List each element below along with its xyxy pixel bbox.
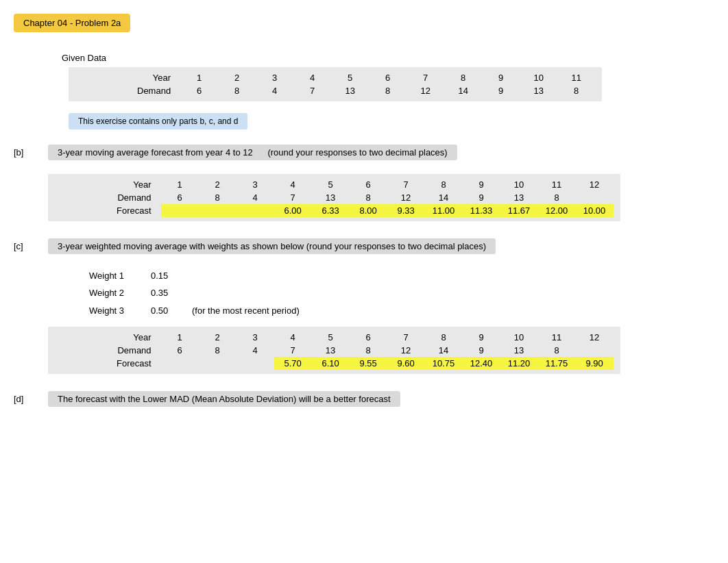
weight-label: Weight 2 bbox=[89, 285, 137, 301]
table-cell: 11 bbox=[557, 71, 595, 84]
table-cell: 3 bbox=[236, 178, 274, 191]
table-cell: 8 bbox=[538, 191, 576, 204]
table-cell: 7 bbox=[274, 344, 312, 357]
table-cell: 7 bbox=[407, 71, 444, 84]
table-cell: 14 bbox=[444, 84, 482, 97]
table-cell: 2 bbox=[218, 71, 256, 84]
page-title: Chapter 04 - Problem 2a bbox=[14, 14, 130, 32]
table-cell: 8 bbox=[444, 71, 482, 84]
weight-value: 0.15 bbox=[151, 268, 178, 284]
table-cell: 10.00 bbox=[576, 204, 614, 217]
weight-row: Weight 10.15 bbox=[89, 268, 714, 284]
table-cell: 2 bbox=[199, 331, 236, 344]
table-cell: 6 bbox=[350, 331, 387, 344]
table-cell: 7 bbox=[293, 84, 331, 97]
table-cell: 4 bbox=[236, 344, 274, 357]
weight-note: (for the most recent period) bbox=[192, 303, 300, 318]
table-cell: 1 bbox=[161, 331, 199, 344]
section-c: [c] 3-year weighted moving average with … bbox=[14, 238, 714, 376]
table-cell: 8 bbox=[199, 191, 236, 204]
table-cell bbox=[161, 357, 199, 370]
table-cell: 8 bbox=[557, 84, 595, 97]
table-cell: 12.40 bbox=[463, 357, 500, 370]
table-cell: 12 bbox=[576, 178, 614, 191]
table-cell: 11.75 bbox=[538, 357, 576, 370]
table-cell: 6 bbox=[180, 84, 218, 97]
table-cell: 8 bbox=[369, 84, 407, 97]
table-cell bbox=[576, 191, 614, 204]
table-cell: 9.33 bbox=[387, 204, 425, 217]
table-cell: 6 bbox=[369, 71, 407, 84]
table-cell: 9 bbox=[463, 331, 500, 344]
table-cell: 4 bbox=[274, 331, 312, 344]
table-cell: 4 bbox=[236, 191, 274, 204]
table-cell: 11.67 bbox=[500, 204, 538, 217]
table-cell: 10 bbox=[520, 71, 557, 84]
table-cell: 8 bbox=[199, 344, 236, 357]
table-cell: 6.33 bbox=[312, 204, 350, 217]
table-cell: 9 bbox=[463, 191, 500, 204]
section-d-label: [d] bbox=[14, 391, 48, 404]
table-cell: 10.75 bbox=[425, 357, 463, 370]
weights-block: Weight 10.15Weight 20.35Weight 30.50(for… bbox=[89, 268, 714, 318]
table-cell: 4 bbox=[274, 178, 312, 191]
weight-row: Weight 20.35 bbox=[89, 285, 714, 301]
table-cell: 13 bbox=[312, 344, 350, 357]
row-label: Forecast bbox=[110, 357, 161, 370]
table-cell: 12 bbox=[387, 191, 425, 204]
table-cell: 6 bbox=[350, 178, 387, 191]
table-cell: 1 bbox=[180, 71, 218, 84]
table-cell: 8 bbox=[538, 344, 576, 357]
table-cell: 5 bbox=[312, 178, 350, 191]
table-cell: 7 bbox=[387, 178, 425, 191]
table-cell: 9.90 bbox=[576, 357, 614, 370]
table-cell: 4 bbox=[293, 71, 331, 84]
table-cell bbox=[161, 204, 199, 217]
section-b-label: [b] bbox=[14, 145, 48, 158]
table-cell: 6 bbox=[161, 344, 199, 357]
table-cell: 8 bbox=[350, 344, 387, 357]
section-b-desc: 3-year moving average forecast from year… bbox=[48, 145, 457, 160]
weight-label: Weight 3 bbox=[89, 303, 137, 318]
table-cell: 8 bbox=[425, 331, 463, 344]
table-cell: 14 bbox=[425, 191, 463, 204]
table-cell: 9.55 bbox=[350, 357, 387, 370]
table-cell: 2 bbox=[199, 178, 236, 191]
given-data-table: Year1234567891011Demand684713812149138 bbox=[69, 67, 602, 101]
given-data-label: Given Data bbox=[62, 53, 106, 63]
table-cell: 6 bbox=[161, 191, 199, 204]
table-cell: 13 bbox=[500, 344, 538, 357]
table-cell: 1 bbox=[161, 178, 199, 191]
table-cell: 6.00 bbox=[274, 204, 312, 217]
table-cell: 12.00 bbox=[538, 204, 576, 217]
section-c-label: [c] bbox=[14, 238, 48, 251]
table-cell: 14 bbox=[425, 344, 463, 357]
table-cell: 5.70 bbox=[274, 357, 312, 370]
row-label: Forecast bbox=[110, 204, 161, 217]
section-b: [b] 3-year moving average forecast from … bbox=[14, 145, 714, 223]
table-cell: 13 bbox=[331, 84, 369, 97]
weight-value: 0.50 bbox=[151, 303, 178, 318]
table-cell: 8 bbox=[350, 191, 387, 204]
table-cell: 11 bbox=[538, 178, 576, 191]
table-cell: 9 bbox=[463, 178, 500, 191]
row-label: Year bbox=[110, 331, 161, 344]
table-cell bbox=[199, 357, 236, 370]
row-label: Demand bbox=[110, 191, 161, 204]
table-cell: 9 bbox=[482, 84, 520, 97]
table-cell: 8 bbox=[425, 178, 463, 191]
section-d-desc: The forecast with the Lower MAD (Mean Ab… bbox=[48, 391, 400, 407]
weight-row: Weight 30.50(for the most recent period) bbox=[89, 303, 714, 318]
table-cell: 13 bbox=[312, 191, 350, 204]
table-cell: 8.00 bbox=[350, 204, 387, 217]
section-c-desc: 3-year weighted moving average with weig… bbox=[48, 238, 496, 254]
weight-label: Weight 1 bbox=[89, 268, 137, 284]
table-cell: 10 bbox=[500, 178, 538, 191]
section-c-table: Year123456789101112Demand684713812149138… bbox=[48, 327, 620, 374]
table-cell: 12 bbox=[387, 344, 425, 357]
row-label: Demand bbox=[130, 84, 180, 97]
row-label: Year bbox=[130, 71, 180, 84]
table-cell: 10 bbox=[500, 331, 538, 344]
table-cell: 6.10 bbox=[312, 357, 350, 370]
table-cell: 4 bbox=[256, 84, 293, 97]
